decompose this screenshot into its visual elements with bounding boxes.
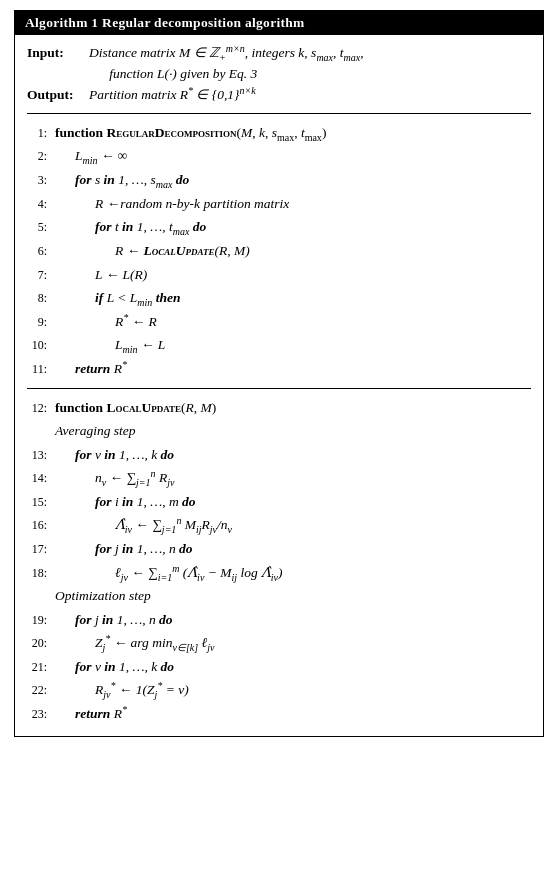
line-12: 12: function LocalUpdate(R, M) [27,396,531,420]
algorithm-box: Algorithm 1 Regular decomposition algori… [14,10,544,737]
line-8: 8: if L < Lmin then [27,286,531,310]
algorithm-body: Input: Distance matrix M ∈ ℤ+m×n, intege… [15,35,543,736]
line-13: 13: for v in 1, …, k do [27,443,531,467]
input-content: Distance matrix M ∈ ℤ+m×n, integers k, s… [89,43,531,85]
line-6: 6: R ← LocalUpdate(R, M) [27,239,531,263]
output-label: Output: [27,85,89,106]
line-7: 7: L ← L(R) [27,263,531,287]
divider-1 [27,113,531,114]
line-14: 14: nv ← ∑j=1n Rjv [27,466,531,490]
line-2: 2: Lmin ← ∞ [27,144,531,168]
io-section: Input: Distance matrix M ∈ ℤ+m×n, intege… [27,43,531,106]
line-11: 11: return R* [27,357,531,381]
line-4: 4: R ←random n-by-k partition matrix [27,192,531,216]
line-17: 17: for j in 1, …, n do [27,537,531,561]
line-15: 15: for i in 1, …, m do [27,490,531,514]
line-5: 5: for t in 1, …, tmax do [27,215,531,239]
line-20: 20: Zj* ← arg minv∈[k] ℓjv [27,631,531,655]
input-line: Input: Distance matrix M ∈ ℤ+m×n, intege… [27,43,531,85]
line-1: 1: function RegularDecomposition(M, k, s… [27,121,531,145]
line-18: 18: ℓjv ← ∑i=1m (Λ̂iv − Mij log Λ̂iv) [27,561,531,585]
line-23: 23: return R* [27,702,531,726]
line-10: 10: Lmin ← L [27,333,531,357]
line-16: 16: Λ̂iv ← ∑j=1n MijRjv/nv [27,513,531,537]
divider-2 [27,388,531,389]
algorithm-title: Algorithm 1 Regular decomposition algori… [15,11,543,35]
line-22: 22: Rjv* ← 1(Zj* = v) [27,678,531,702]
input-label: Input: [27,43,89,64]
line-21: 21: for v in 1, …, k do [27,655,531,679]
optimization-step-label: Optimization step [55,586,531,606]
line-9: 9: R* ← R [27,310,531,334]
output-line: Output: Partition matrix R* ∈ {0,1}n×k [27,85,531,106]
line-3: 3: for s in 1, …, smax do [27,168,531,192]
averaging-step-label: Averaging step [55,421,531,441]
output-content: Partition matrix R* ∈ {0,1}n×k [89,85,531,106]
line-19: 19: for j in 1, …, n do [27,608,531,632]
